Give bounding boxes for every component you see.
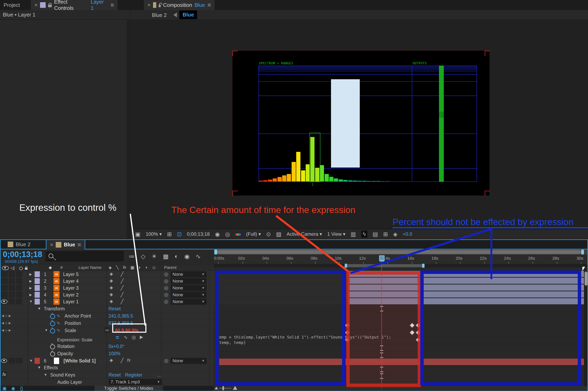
collapse-transform-switch[interactable]: ◈ <box>110 299 113 304</box>
label-color-swatch[interactable] <box>35 299 40 304</box>
tab-effect-controls[interactable]: × Effect Controls Layer 1 ≡ <box>31 0 118 10</box>
tab-timeline-blue[interactable]: × Blue ≡ <box>46 239 85 249</box>
stopwatch-icon[interactable] <box>50 314 55 319</box>
current-timecode[interactable]: 0;00;13;18 <box>3 250 42 259</box>
video-toggle[interactable] <box>1 299 8 304</box>
collapse-transform-switch[interactable]: ◈ <box>110 271 113 277</box>
collapse-transform-switch[interactable]: ◈ <box>110 358 113 363</box>
parent-pickwhip-icon[interactable]: ◎ <box>164 278 168 284</box>
timeline-zoom-slider[interactable] <box>215 386 239 391</box>
parent-dropdown[interactable]: None▼ <box>170 292 207 298</box>
label-color-swatch[interactable] <box>35 278 40 284</box>
effects-collapse-arrow[interactable]: ▼ <box>37 366 41 370</box>
scale-value[interactable]: 60.9,60.9% <box>115 328 138 333</box>
layer-duration-bar[interactable] <box>348 271 588 277</box>
brainstorm-icon[interactable]: ◉ <box>184 253 189 260</box>
collapse-transform-switch[interactable]: ◈ <box>110 285 113 290</box>
draft-3d-icon[interactable]: ◇ <box>141 253 145 260</box>
layer-collapse-arrow[interactable]: ▶ <box>29 286 32 290</box>
quality-switch[interactable]: ╱ <box>121 285 123 291</box>
toggle-switches-modes-button[interactable]: Toggle Switches / Modes <box>94 386 163 391</box>
flowchart-back-icon[interactable] <box>173 12 177 17</box>
panel-menu-icon[interactable]: ≡ <box>78 241 81 248</box>
label-color-swatch[interactable] <box>35 271 40 277</box>
video-toggle[interactable] <box>1 285 8 291</box>
video-visible-icon[interactable] <box>1 299 7 304</box>
parent-pickwhip-icon[interactable]: ◎ <box>164 285 168 291</box>
flowchart-current-comp[interactable]: Blue <box>179 10 197 19</box>
unlock-icon[interactable] <box>48 5 52 7</box>
constrain-link-icon[interactable]: ∞ <box>105 327 110 333</box>
navigator-handle-left[interactable] <box>214 250 217 254</box>
transform-group-label[interactable]: Transform <box>44 306 65 311</box>
keyframe-diamond[interactable] <box>345 330 350 335</box>
layer-name[interactable]: [White Solid 1] <box>64 358 96 364</box>
parent-pickwhip-icon[interactable]: ◎ <box>164 271 168 277</box>
work-area-bar[interactable] <box>346 264 423 267</box>
expression-pickwhip-icon[interactable]: ◎ <box>132 334 136 340</box>
close-icon[interactable]: × <box>50 242 53 248</box>
frame-blending-icon[interactable]: ▦ <box>163 253 168 260</box>
scrollbar-thumb[interactable] <box>585 272 588 286</box>
zoom-in-mountain-icon[interactable] <box>233 386 237 390</box>
sound-keys-collapse-arrow[interactable]: ▼ <box>44 373 47 377</box>
preview-box-icon[interactable]: ▣ <box>135 231 140 238</box>
layer-duration-bar[interactable] <box>348 292 588 297</box>
navigator-handle-right[interactable] <box>581 250 584 254</box>
audio-toggle[interactable] <box>9 299 15 304</box>
fast-previews-icon[interactable]: ϟ <box>361 230 367 238</box>
collapse-transform-switch[interactable]: ◈ <box>110 292 113 297</box>
opacity-value[interactable]: 100% <box>109 351 120 356</box>
layer-duration-bar[interactable] <box>348 285 588 291</box>
audio-toggle[interactable] <box>9 285 15 291</box>
keyframe-diamond[interactable] <box>345 323 350 328</box>
quality-switch[interactable]: ╱ <box>121 299 123 304</box>
layer-collapse-arrow[interactable]: ▼ <box>29 300 33 303</box>
channels-rgb-icon[interactable] <box>235 231 241 237</box>
live-update-icon[interactable]: ≔ <box>129 253 135 260</box>
sound-keys-reset-link[interactable]: Reset <box>109 372 121 378</box>
exposure-value[interactable]: +0.0 <box>403 231 412 237</box>
solo-toggle[interactable] <box>16 299 22 304</box>
collapse-transform-switch[interactable]: ◈ <box>110 278 113 283</box>
view-layout-dropdown[interactable]: 1 View ▾ <box>327 231 345 237</box>
target-region-icon[interactable]: ⊙ <box>266 231 271 238</box>
expand-modes-icon[interactable]: ◉ <box>11 386 15 391</box>
sound-keys-register-link[interactable]: Register <box>125 372 142 378</box>
unlock-icon[interactable] <box>159 5 161 7</box>
expand-inout-icon[interactable]: {} <box>20 386 23 391</box>
parent-dropdown[interactable]: None▼ <box>170 358 207 364</box>
layer-name[interactable]: Layer 2 <box>63 292 79 298</box>
opacity-label[interactable]: Opacity <box>57 351 73 356</box>
scale-label[interactable]: Scale <box>65 328 76 333</box>
transparency-grid-icon[interactable]: ▨ <box>276 231 281 238</box>
stopwatch-icon[interactable] <box>50 352 55 357</box>
expression-graph-icon[interactable]: ∿ <box>124 334 128 340</box>
snapshot-camera-icon[interactable]: ◉ <box>215 231 220 238</box>
video-toggle[interactable] <box>1 292 8 297</box>
region-of-interest-icon[interactable]: ⊡ <box>177 231 182 238</box>
parent-dropdown[interactable]: None▼ <box>170 285 207 291</box>
sound-keys-label[interactable]: Sound Keys <box>50 372 75 378</box>
layer-name[interactable]: Layer 4 <box>63 279 79 284</box>
graph-editor-icon[interactable]: ∿ <box>196 253 201 260</box>
parent-pickwhip-icon[interactable]: ◎ <box>164 299 168 304</box>
resolution-dropdown[interactable]: (Full) ▾ <box>246 231 261 237</box>
flowchart-mini-icon[interactable]: ⊞ <box>383 231 388 238</box>
navigator-bar[interactable] <box>217 250 581 254</box>
rotation-value[interactable]: 0x+0.0° <box>109 344 124 349</box>
tab-composition[interactable]: × Composition Blue ≡ <box>144 0 215 10</box>
preview-timecode[interactable]: 0;00;13;18 <box>187 231 210 237</box>
expression-language-menu-icon[interactable]: ▶ <box>140 334 143 340</box>
magnification-dropdown[interactable]: 100% ▾ <box>146 231 162 237</box>
keyframe-nav[interactable]: ◀◇▶ <box>1 328 12 332</box>
close-icon[interactable]: × <box>147 2 151 8</box>
shy-layers-icon[interactable]: ☀ <box>151 253 157 260</box>
close-icon[interactable]: × <box>34 2 38 8</box>
reset-exposure-icon[interactable]: ◈ <box>393 231 398 238</box>
vertical-scrollbar[interactable] <box>584 271 588 386</box>
audio-toggle[interactable] <box>9 292 15 297</box>
expression-scale-label[interactable]: Expression: Scale <box>57 337 92 343</box>
layer-collapse-arrow[interactable]: ▶ <box>29 293 32 297</box>
zoom-out-mountain-icon[interactable] <box>215 387 218 390</box>
